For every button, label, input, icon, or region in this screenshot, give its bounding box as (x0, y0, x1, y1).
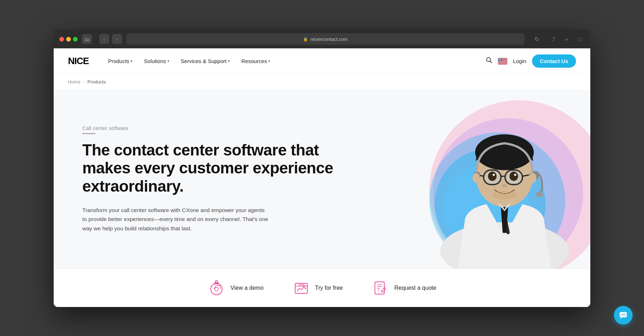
back-button[interactable]: ‹ (99, 34, 109, 44)
nav-item-solutions[interactable]: Solutions ▾ (139, 55, 174, 67)
browser-chrome: ‹ › 🔒 niceincontact.com ↻ ⤴ + □ (54, 29, 590, 48)
svg-point-19 (500, 58, 501, 58)
svg-point-35 (501, 59, 502, 60)
cta-quote-label: Request a quote (394, 285, 436, 291)
svg-point-79 (215, 287, 218, 291)
svg-rect-10 (498, 62, 507, 62)
svg-point-45 (501, 60, 502, 61)
breadcrumb-chevron-icon: › (83, 80, 85, 84)
svg-rect-11 (498, 62, 507, 63)
breadcrumb-home[interactable]: Home (68, 79, 80, 85)
svg-point-34 (501, 59, 501, 60)
nav-item-products[interactable]: Products ▾ (103, 55, 137, 67)
address-bar[interactable]: 🔒 niceincontact.com (126, 33, 525, 45)
demo-icon (208, 279, 225, 297)
cta-bar: View a demo START Try for free (54, 269, 590, 307)
nav-right: Login Contact Us (486, 54, 576, 68)
hero-subtitle: Call center software (82, 125, 335, 131)
svg-point-37 (499, 60, 499, 60)
browser-window: ‹ › 🔒 niceincontact.com ↻ ⤴ + □ NICE Pr (54, 29, 590, 307)
search-icon[interactable] (486, 57, 492, 65)
svg-point-33 (500, 59, 501, 60)
svg-point-23 (500, 58, 501, 59)
nav-links: Products ▾ Solutions ▾ Services & Suppor… (103, 55, 486, 67)
svg-point-77 (529, 173, 536, 183)
breadcrumb-current: Products (87, 79, 106, 85)
website-content: NICE Products ▾ Solutions ▾ Services & S… (54, 48, 590, 307)
browser-nav: ‹ › (99, 34, 122, 44)
traffic-lights (59, 37, 78, 42)
hero-content: Call center software The contact center … (54, 90, 349, 269)
cta-demo-item[interactable]: View a demo (208, 279, 263, 297)
nav-item-resources[interactable]: Resources ▾ (236, 55, 275, 67)
svg-point-44 (501, 60, 501, 61)
svg-point-49 (500, 61, 501, 61)
hero-description: Transform your call center software with… (82, 206, 268, 233)
svg-point-72 (492, 191, 517, 200)
svg-point-43 (500, 60, 501, 61)
svg-point-30 (501, 59, 501, 59)
svg-point-71 (502, 184, 507, 187)
share-button[interactable]: ⤴ (549, 34, 559, 44)
cta-free-item[interactable]: START Try for free (292, 279, 343, 297)
breadcrumb: Home › Products (54, 74, 590, 90)
svg-text:START: START (299, 284, 304, 286)
svg-point-22 (499, 58, 500, 59)
url-text: niceincontact.com (310, 37, 347, 42)
login-button[interactable]: Login (513, 58, 526, 64)
site-nav: NICE Products ▾ Solutions ▾ Services & S… (54, 48, 590, 74)
hero-title: The contact center software that makes e… (82, 141, 335, 196)
hero-section: Call center software The contact center … (54, 90, 590, 269)
svg-point-25 (501, 58, 502, 59)
svg-point-20 (501, 58, 501, 58)
chevron-down-icon: ▾ (228, 59, 230, 63)
svg-point-27 (499, 59, 499, 59)
new-tab-button[interactable]: + (562, 34, 572, 44)
chat-bubble-button[interactable] (614, 306, 633, 325)
svg-point-73 (536, 192, 543, 197)
svg-point-39 (500, 60, 501, 60)
svg-rect-14 (498, 64, 507, 64)
maximize-button[interactable] (73, 37, 78, 42)
svg-point-97 (624, 314, 625, 315)
sidebar-icon (84, 37, 89, 41)
browser-toolbar: ‹ › 🔒 niceincontact.com ↻ ⤴ + □ (59, 33, 585, 48)
hero-subtitle-divider (82, 133, 95, 134)
close-button[interactable] (59, 37, 64, 42)
minimize-button[interactable] (66, 37, 71, 42)
svg-point-67 (488, 172, 497, 181)
quote-icon: $ (371, 279, 389, 297)
svg-point-68 (509, 172, 518, 181)
forward-button[interactable]: › (112, 34, 122, 44)
lock-icon: 🔒 (303, 37, 308, 42)
svg-point-70 (514, 174, 516, 176)
nav-item-services[interactable]: Services & Support ▾ (176, 55, 235, 67)
svg-point-31 (499, 59, 499, 60)
chevron-down-icon: ▾ (167, 59, 169, 63)
sidebar-toggle-button[interactable] (82, 34, 92, 44)
svg-point-28 (500, 59, 500, 59)
svg-point-96 (623, 314, 624, 315)
agent-image (429, 93, 580, 269)
svg-point-16 (498, 58, 499, 58)
cta-demo-label: View a demo (230, 285, 263, 291)
window-button[interactable]: □ (575, 34, 585, 44)
svg-point-48 (500, 61, 500, 61)
svg-point-29 (500, 59, 501, 59)
contact-us-button[interactable]: Contact Us (532, 54, 576, 68)
cta-quote-item[interactable]: $ Request a quote (371, 279, 436, 297)
svg-point-32 (499, 59, 500, 60)
svg-point-40 (501, 60, 501, 60)
svg-point-42 (499, 60, 500, 61)
svg-point-36 (498, 60, 499, 60)
svg-point-38 (500, 60, 500, 60)
svg-text:$: $ (378, 289, 380, 291)
chevron-down-icon: ▾ (131, 59, 132, 63)
site-logo[interactable]: NICE (68, 56, 89, 67)
svg-point-46 (498, 61, 499, 61)
svg-point-69 (493, 174, 495, 176)
language-flag-icon[interactable] (498, 58, 507, 64)
reload-button[interactable]: ↻ (532, 34, 542, 44)
svg-point-76 (473, 173, 480, 183)
svg-line-1 (490, 61, 492, 63)
